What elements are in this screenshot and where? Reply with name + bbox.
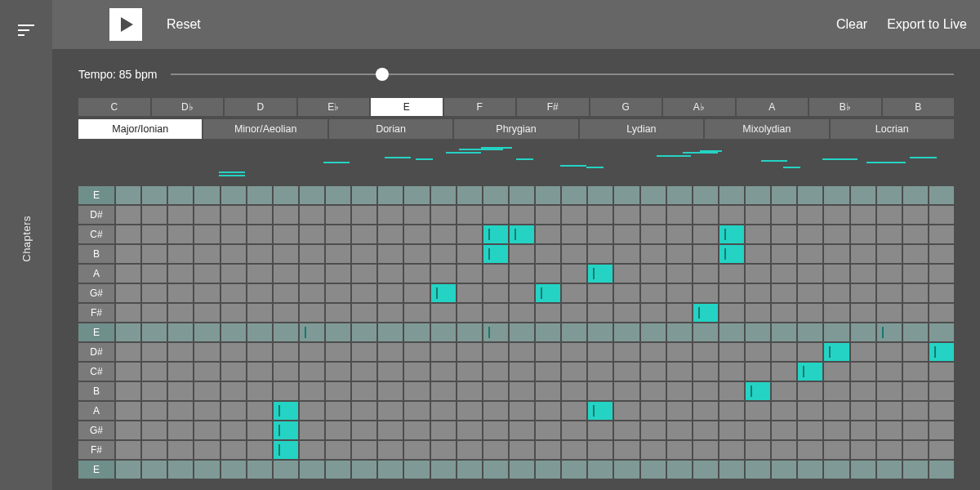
grid-cell[interactable] (772, 225, 796, 243)
grid-cell[interactable] (772, 186, 796, 204)
grid-cell[interactable] (693, 461, 718, 479)
grid-cell[interactable] (746, 323, 770, 341)
grid-cell[interactable] (300, 461, 324, 479)
grid-cell[interactable] (536, 402, 560, 420)
grid-cell[interactable] (588, 206, 612, 224)
grid-cell[interactable] (614, 304, 639, 322)
grid-cell[interactable] (562, 343, 586, 361)
grid-cell[interactable] (483, 206, 508, 224)
grid-cell[interactable] (588, 284, 612, 302)
key-Db[interactable]: D♭ (152, 98, 224, 116)
grid-cell[interactable] (667, 265, 692, 283)
grid-cell[interactable] (536, 363, 560, 381)
grid-cell[interactable] (719, 323, 744, 341)
grid-cell[interactable] (457, 441, 482, 459)
grid-cell[interactable] (536, 265, 560, 283)
grid-cell[interactable] (510, 402, 534, 420)
grid-cell[interactable] (641, 186, 666, 204)
grid-cell[interactable] (877, 461, 902, 479)
grid-cell[interactable] (693, 402, 718, 420)
grid-cell[interactable] (903, 225, 928, 243)
grid-cell[interactable] (929, 363, 954, 381)
grid-cell[interactable] (404, 363, 429, 381)
grid-cell[interactable] (798, 186, 822, 204)
grid-cell[interactable] (274, 421, 298, 439)
grid-cell[interactable] (614, 225, 639, 243)
mode-locrian[interactable]: Locrian (831, 119, 954, 139)
grid-cell[interactable] (719, 284, 744, 302)
grid-cell[interactable] (352, 441, 376, 459)
grid-cell[interactable] (562, 441, 586, 459)
grid-cell[interactable] (221, 363, 246, 381)
grid-cell[interactable] (274, 265, 298, 283)
grid-cell[interactable] (352, 343, 376, 361)
grid-cell[interactable] (824, 441, 849, 459)
grid-cell[interactable] (772, 265, 796, 283)
grid-cell[interactable] (719, 421, 744, 439)
grid-cell[interactable] (142, 402, 167, 420)
grid-cell[interactable] (168, 441, 193, 459)
export-button[interactable]: Export to Live (887, 17, 967, 32)
grid-cell[interactable] (378, 186, 403, 204)
grid-cell[interactable] (772, 461, 796, 479)
grid-cell[interactable] (457, 402, 482, 420)
grid-cell[interactable] (614, 441, 639, 459)
grid-cell[interactable] (667, 225, 692, 243)
grid-cell[interactable] (116, 245, 140, 263)
reset-button[interactable]: Reset (167, 17, 201, 32)
grid-cell[interactable] (352, 225, 376, 243)
grid-cell[interactable] (824, 402, 849, 420)
key-Ab[interactable]: A♭ (663, 98, 735, 116)
grid-cell[interactable] (693, 225, 718, 243)
grid-cell[interactable] (142, 304, 167, 322)
grid-cell[interactable] (903, 284, 928, 302)
grid-cell[interactable] (483, 441, 508, 459)
grid-cell[interactable] (562, 225, 586, 243)
grid-cell[interactable] (457, 323, 482, 341)
grid-cell[interactable] (457, 421, 482, 439)
grid-cell[interactable] (772, 421, 796, 439)
grid-cell[interactable] (168, 363, 193, 381)
grid-cell[interactable] (247, 363, 272, 381)
grid-cell[interactable] (378, 441, 403, 459)
grid-cell[interactable] (851, 245, 875, 263)
grid-cell[interactable] (798, 441, 822, 459)
grid-cell[interactable] (641, 323, 666, 341)
grid-cell[interactable] (614, 284, 639, 302)
grid-cell[interactable] (536, 284, 560, 302)
grid-cell[interactable] (404, 206, 429, 224)
grid-cell[interactable] (142, 206, 167, 224)
grid-cell[interactable] (798, 284, 822, 302)
grid-cell[interactable] (536, 343, 560, 361)
grid-cell[interactable] (274, 363, 298, 381)
grid-cell[interactable] (194, 343, 219, 361)
grid-cell[interactable] (221, 461, 246, 479)
grid-cell[interactable] (588, 363, 612, 381)
grid-cell[interactable] (536, 206, 560, 224)
grid-cell[interactable] (719, 382, 744, 400)
grid-cell[interactable] (719, 186, 744, 204)
grid-cell[interactable] (142, 363, 167, 381)
grid-cell[interactable] (457, 206, 482, 224)
grid-cell[interactable] (798, 304, 822, 322)
grid-cell[interactable] (641, 206, 666, 224)
grid-cell[interactable] (326, 225, 350, 243)
grid-cell[interactable] (510, 363, 534, 381)
grid-cell[interactable] (142, 323, 167, 341)
grid-cell[interactable] (431, 363, 456, 381)
grid-cell[interactable] (326, 186, 350, 204)
grid-cell[interactable] (536, 225, 560, 243)
grid-cell[interactable] (824, 186, 849, 204)
grid-cell[interactable] (168, 186, 193, 204)
grid-cell[interactable] (719, 245, 744, 263)
grid-cell[interactable] (562, 186, 586, 204)
grid-cell[interactable] (431, 382, 456, 400)
grid-cell[interactable] (116, 323, 140, 341)
grid-cell[interactable] (614, 421, 639, 439)
grid-cell[interactable] (693, 206, 718, 224)
grid-cell[interactable] (247, 421, 272, 439)
grid-cell[interactable] (168, 382, 193, 400)
grid-cell[interactable] (746, 245, 770, 263)
grid-cell[interactable] (693, 323, 718, 341)
grid-cell[interactable] (352, 323, 376, 341)
